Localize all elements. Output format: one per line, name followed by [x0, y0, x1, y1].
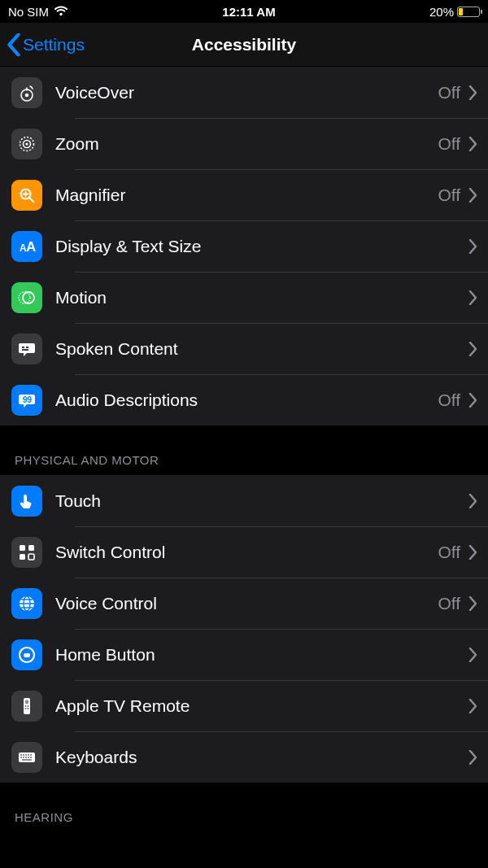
- row-home-button[interactable]: Home Button: [0, 629, 488, 680]
- row-value: Off: [438, 83, 460, 103]
- motion-icon: [11, 282, 42, 313]
- row-value: Off: [438, 134, 460, 154]
- row-zoom[interactable]: ZoomOff: [0, 118, 488, 169]
- chevron-left-icon: [7, 33, 21, 56]
- clock-label: 12:11 AM: [222, 5, 275, 19]
- speechbubble-icon: [11, 334, 42, 364]
- magnifier-icon: [11, 180, 42, 211]
- row-label: Audio Descriptions: [55, 390, 438, 410]
- row-label: Voice Control: [55, 594, 438, 613]
- section-header: HEARING: [0, 783, 488, 832]
- content-scroll[interactable]: VoiceOverOffZoomOffMagnifierOffDisplay &…: [0, 67, 488, 868]
- chevron-right-icon: [468, 188, 477, 203]
- homebtn-icon: [11, 639, 42, 670]
- touch-icon: [11, 486, 42, 517]
- chevron-right-icon: [468, 85, 477, 100]
- settings-group: VoiceOverOffZoomOffMagnifierOffDisplay &…: [0, 67, 488, 425]
- row-label: Home Button: [55, 645, 468, 665]
- row-voice-control[interactable]: Voice ControlOff: [0, 578, 488, 629]
- row-label: Spoken Content: [55, 339, 468, 359]
- audiodesc-icon: [11, 385, 42, 416]
- row-value: Off: [438, 390, 460, 410]
- row-label: Switch Control: [55, 543, 438, 562]
- row-switch-control[interactable]: Switch ControlOff: [0, 526, 488, 578]
- wifi-icon: [54, 5, 68, 19]
- voiceover-icon: [11, 77, 42, 108]
- chevron-right-icon: [468, 137, 477, 151]
- battery-icon: [457, 7, 480, 17]
- carrier-label: No SIM: [8, 5, 49, 19]
- row-value: Off: [438, 594, 460, 613]
- row-label: Magnifier: [55, 185, 438, 205]
- row-label: Zoom: [55, 134, 438, 154]
- chevron-right-icon: [468, 545, 477, 560]
- row-keyboards[interactable]: Keyboards: [0, 731, 488, 783]
- row-magnifier[interactable]: MagnifierOff: [0, 169, 488, 220]
- row-label: Motion: [55, 288, 468, 308]
- nav-bar: Settings Accessibility: [0, 23, 488, 67]
- textsize-icon: [11, 231, 42, 262]
- row-apple-tv-remote[interactable]: Apple TV Remote: [0, 680, 488, 731]
- status-left: No SIM: [8, 5, 68, 19]
- chevron-right-icon: [468, 494, 477, 508]
- row-label: Display & Text Size: [55, 237, 468, 256]
- chevron-right-icon: [468, 239, 477, 254]
- section-header: PHYSICAL AND MOTOR: [0, 425, 488, 475]
- row-label: Apple TV Remote: [55, 696, 468, 716]
- row-audio-descriptions[interactable]: Audio DescriptionsOff: [0, 374, 488, 425]
- battery-percent-label: 20%: [429, 5, 454, 19]
- row-touch[interactable]: Touch: [0, 475, 488, 526]
- row-spoken-content[interactable]: Spoken Content: [0, 323, 488, 374]
- row-motion[interactable]: Motion: [0, 272, 488, 323]
- status-bar: No SIM 12:11 AM 20%: [0, 0, 488, 23]
- row-value: Off: [438, 185, 460, 205]
- chevron-right-icon: [468, 699, 477, 713]
- chevron-right-icon: [468, 393, 477, 408]
- row-voiceover[interactable]: VoiceOverOff: [0, 67, 488, 118]
- status-right: 20%: [429, 5, 480, 19]
- chevron-right-icon: [468, 596, 477, 611]
- row-label: Touch: [55, 491, 468, 511]
- chevron-right-icon: [468, 648, 477, 662]
- chevron-right-icon: [468, 342, 477, 356]
- zoom-icon: [11, 129, 42, 159]
- keyboard-icon: [11, 742, 42, 773]
- settings-group: TouchSwitch ControlOffVoice ControlOffHo…: [0, 475, 488, 783]
- back-button[interactable]: Settings: [0, 33, 85, 56]
- row-display-text-size[interactable]: Display & Text Size: [0, 220, 488, 272]
- tvremote-icon: [11, 691, 42, 722]
- back-label: Settings: [23, 35, 85, 55]
- voicectrl-icon: [11, 588, 42, 619]
- row-label: Keyboards: [55, 748, 468, 767]
- row-label: VoiceOver: [55, 83, 438, 103]
- row-value: Off: [438, 543, 460, 562]
- chevron-right-icon: [468, 290, 477, 305]
- chevron-right-icon: [468, 750, 477, 765]
- switch-icon: [11, 537, 42, 568]
